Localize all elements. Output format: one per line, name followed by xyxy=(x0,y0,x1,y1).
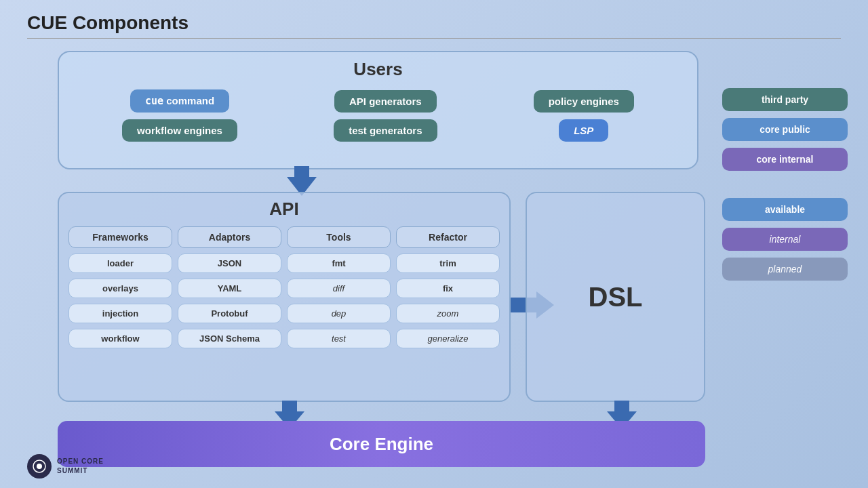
legend-spacer xyxy=(722,178,848,191)
legend-panel: third party core public core internal av… xyxy=(722,88,848,281)
api-col-tools: Tools fmt diff dep test xyxy=(287,226,391,348)
dep-item: dep xyxy=(287,304,391,323)
test-item: test xyxy=(287,329,391,348)
api-col-frameworks: Frameworks loader overlays injection wor… xyxy=(68,226,172,348)
tools-header: Tools xyxy=(287,226,391,248)
generalize-item: generalize xyxy=(396,329,500,348)
workflow-engines-pill: workflow engines xyxy=(122,119,237,142)
json-item: JSON xyxy=(178,253,281,273)
test-generators-pill: test generators xyxy=(334,119,437,142)
api-col-refactor: Refactor trim fix zoom generalize xyxy=(396,226,500,348)
page-title: CUE Components xyxy=(27,12,189,34)
footer-text: OPEN CORE SUMMIT xyxy=(57,457,104,476)
users-col-2: API generators test generators xyxy=(334,90,437,142)
yaml-item: YAML xyxy=(178,279,281,298)
legend-core-public: core public xyxy=(722,118,848,141)
fix-item: fix xyxy=(396,279,500,298)
loader-item: loader xyxy=(68,253,172,273)
api-generators-pill: API generators xyxy=(334,90,437,113)
zoom-item: zoom xyxy=(396,304,500,323)
title-underline xyxy=(27,38,841,39)
cue-code: cue xyxy=(145,95,163,107)
trim-item: trim xyxy=(396,253,500,273)
adaptors-header: Adaptors xyxy=(178,226,281,248)
footer-logo xyxy=(27,454,52,479)
legend-available: available xyxy=(722,198,848,221)
api-title: API xyxy=(59,193,509,220)
legend-core-internal: core internal xyxy=(722,148,848,171)
injection-item: injection xyxy=(68,304,172,323)
users-col-3: policy engines LSP xyxy=(534,90,634,142)
workflow-item: workflow xyxy=(68,329,172,348)
json-schema-item: JSON Schema xyxy=(178,329,281,348)
legend-planned: planned xyxy=(722,258,848,281)
frameworks-header: Frameworks xyxy=(68,226,172,248)
dsl-box: DSL xyxy=(526,192,705,402)
policy-engines-pill: policy engines xyxy=(534,90,634,113)
footer: OPEN CORE SUMMIT xyxy=(27,454,104,479)
cue-command-pill: cue command xyxy=(130,89,229,113)
users-title: Users xyxy=(59,52,697,80)
users-box: Users cue command workflow engines API g… xyxy=(58,51,698,169)
core-engine-title: Core Engine xyxy=(330,434,433,455)
cue-command-label: command xyxy=(166,95,214,106)
core-engine-box: Core Engine xyxy=(58,421,705,467)
legend-internal-status: internal xyxy=(722,228,848,251)
api-box: API Frameworks loader overlays injection… xyxy=(58,192,511,402)
overlays-item: overlays xyxy=(68,279,172,298)
api-grid: Frameworks loader overlays injection wor… xyxy=(59,226,509,348)
lsp-pill: LSP xyxy=(559,119,608,142)
diagram: Users cue command workflow engines API g… xyxy=(51,51,709,427)
diff-item: diff xyxy=(287,279,391,298)
users-col-1: cue command workflow engines xyxy=(122,89,237,142)
users-row: cue command workflow engines API generat… xyxy=(59,89,697,142)
svg-point-1 xyxy=(37,464,42,469)
refactor-header: Refactor xyxy=(396,226,500,248)
fmt-item: fmt xyxy=(287,253,391,273)
api-col-adaptors: Adaptors JSON YAML Protobuf JSON Schema xyxy=(178,226,281,348)
dsl-title: DSL xyxy=(589,282,643,312)
protobuf-item: Protobuf xyxy=(178,304,281,323)
legend-third-party: third party xyxy=(722,88,848,111)
